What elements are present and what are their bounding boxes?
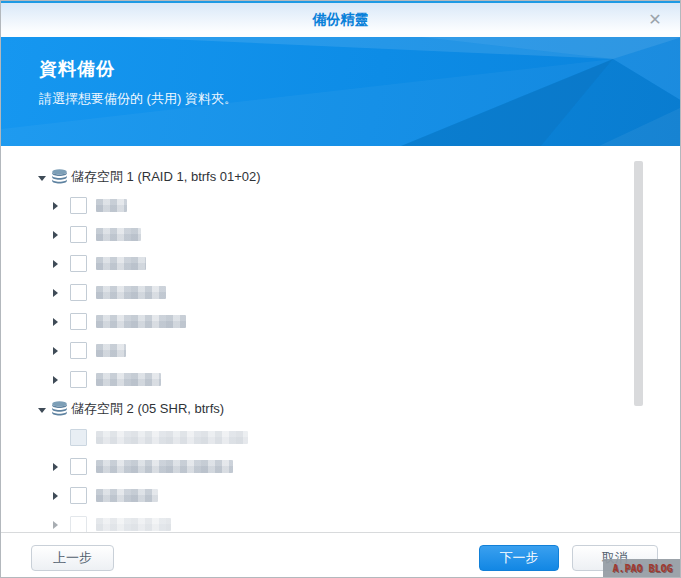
redacted-folder-name bbox=[96, 373, 161, 386]
folder-checkbox[interactable] bbox=[70, 255, 87, 272]
expand-arrow-icon[interactable] bbox=[53, 517, 62, 532]
expand-arrow-icon[interactable] bbox=[53, 198, 62, 213]
folder-checkbox[interactable] bbox=[70, 313, 87, 330]
folder-row[interactable] bbox=[1, 307, 681, 336]
close-icon[interactable]: ✕ bbox=[645, 10, 665, 30]
page-title: 資料備份 bbox=[39, 57, 237, 81]
redacted-folder-name bbox=[96, 228, 141, 241]
folder-row[interactable] bbox=[1, 452, 681, 481]
footer-bar: 上一步 下一步 取消 A.PAO BLOG bbox=[1, 532, 681, 578]
expand-arrow-icon[interactable] bbox=[53, 459, 62, 474]
redacted-folder-name bbox=[96, 257, 146, 270]
folder-checkbox[interactable] bbox=[70, 371, 87, 388]
folder-checkbox[interactable] bbox=[70, 284, 87, 301]
folder-row[interactable] bbox=[1, 481, 681, 510]
volume-row[interactable]: 儲存空間 2 (05 SHR, btrfs) bbox=[1, 394, 681, 423]
redacted-folder-name bbox=[96, 199, 127, 212]
volume-disk-icon bbox=[51, 401, 68, 417]
folder-row[interactable] bbox=[1, 220, 681, 249]
folder-checkbox[interactable] bbox=[70, 226, 87, 243]
collapse-arrow-icon[interactable] bbox=[38, 401, 47, 416]
folder-row[interactable] bbox=[1, 191, 681, 220]
scrollbar-thumb[interactable] bbox=[634, 161, 643, 406]
expand-arrow-icon[interactable] bbox=[53, 372, 62, 387]
redacted-folder-name bbox=[96, 431, 248, 444]
redacted-folder-name bbox=[96, 315, 186, 328]
folder-checkbox[interactable] bbox=[70, 342, 87, 359]
redacted-folder-name bbox=[96, 518, 171, 531]
folder-row[interactable] bbox=[1, 336, 681, 365]
folder-checkbox[interactable] bbox=[70, 458, 87, 475]
redacted-folder-name bbox=[96, 460, 233, 473]
expand-arrow-icon[interactable] bbox=[53, 343, 62, 358]
expand-arrow-icon[interactable] bbox=[53, 256, 62, 271]
expand-arrow-icon[interactable] bbox=[53, 285, 62, 300]
watermark-badge: A.PAO BLOG bbox=[603, 559, 681, 578]
page-subtitle: 請選擇想要備份的 (共用) 資料夾。 bbox=[39, 90, 237, 108]
redacted-folder-name bbox=[96, 489, 158, 502]
redacted-folder-name bbox=[96, 344, 126, 357]
scrollbar[interactable] bbox=[634, 161, 643, 521]
collapse-arrow-icon[interactable] bbox=[38, 169, 47, 184]
folder-row[interactable] bbox=[1, 278, 681, 307]
expand-arrow-icon[interactable] bbox=[53, 314, 62, 329]
folder-tree: 儲存空間 1 (RAID 1, btrfs 01+02)儲存空間 2 (05 S… bbox=[1, 146, 681, 532]
folder-checkbox[interactable] bbox=[70, 516, 87, 532]
wizard-header: 資料備份 請選擇想要備份的 (共用) 資料夾。 bbox=[1, 37, 681, 146]
volume-label: 儲存空間 2 (05 SHR, btrfs) bbox=[71, 400, 224, 418]
folder-checkbox bbox=[70, 429, 87, 446]
dialog-title: 備份精靈 bbox=[1, 3, 680, 37]
backup-wizard-dialog: 備份精靈 ✕ 資料備份 請選擇想要備份的 (共用) 資料夾。 儲存空間 1 (R… bbox=[0, 0, 681, 578]
titlebar: 備份精靈 ✕ bbox=[1, 1, 680, 37]
expand-arrow-icon[interactable] bbox=[53, 227, 62, 242]
folder-checkbox[interactable] bbox=[70, 487, 87, 504]
redacted-folder-name bbox=[96, 286, 166, 299]
folder-row[interactable] bbox=[1, 365, 681, 394]
folder-checkbox[interactable] bbox=[70, 197, 87, 214]
folder-tree-panel: 儲存空間 1 (RAID 1, btrfs 01+02)儲存空間 2 (05 S… bbox=[1, 146, 681, 532]
volume-row[interactable]: 儲存空間 1 (RAID 1, btrfs 01+02) bbox=[1, 162, 681, 191]
folder-row[interactable] bbox=[1, 249, 681, 278]
back-button[interactable]: 上一步 bbox=[31, 545, 114, 571]
volume-disk-icon bbox=[51, 169, 68, 185]
folder-row[interactable] bbox=[1, 423, 681, 452]
volume-label: 儲存空間 1 (RAID 1, btrfs 01+02) bbox=[71, 168, 261, 186]
expand-arrow-icon[interactable] bbox=[53, 488, 62, 503]
folder-row[interactable] bbox=[1, 510, 681, 532]
next-button[interactable]: 下一步 bbox=[479, 545, 559, 571]
